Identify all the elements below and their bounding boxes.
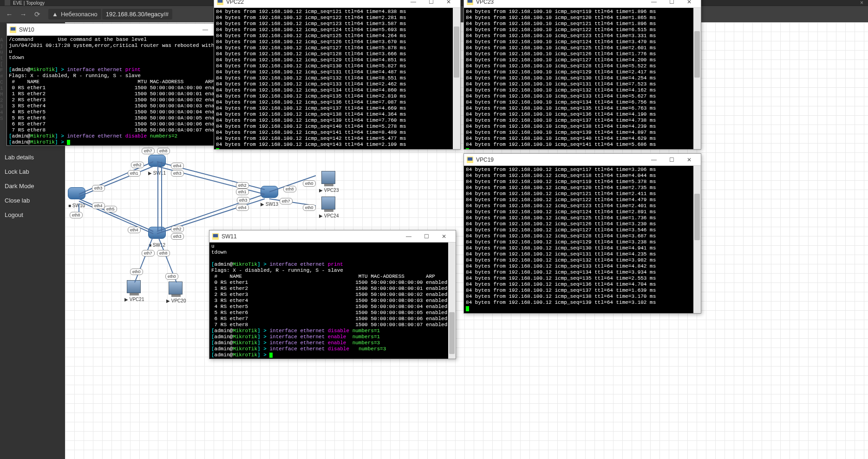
port-label: eth4 (171, 163, 184, 169)
port-label: eth5 (104, 206, 117, 212)
nav-forward-icon[interactable]: → (19, 10, 28, 19)
window-title: SW10 (19, 26, 34, 33)
window-title: VPC23 (476, 0, 494, 5)
svg-line-1 (79, 166, 153, 197)
port-label: eth7 (142, 148, 155, 154)
port-label: eth2 (131, 162, 144, 168)
port-label: eth3 (237, 197, 250, 203)
close-icon[interactable]: ✕ (680, 0, 698, 7)
maximize-icon[interactable]: ☐ (663, 0, 680, 7)
minimize-icon[interactable]: — (400, 231, 418, 242)
window-title: SW11 (222, 233, 237, 240)
scrollbar[interactable] (693, 8, 701, 149)
port-label: eth8 (70, 212, 83, 218)
scrollbar[interactable] (448, 243, 456, 359)
window-title: VPC22 (226, 0, 244, 5)
port-label: eth8 (157, 148, 170, 154)
svg-rect-22 (468, 157, 473, 160)
port-label: eth4 (236, 204, 249, 211)
terminal-output[interactable]: 84 bytes from 192.168.100.12 icmp_seq=11… (464, 166, 701, 313)
svg-line-2 (79, 199, 153, 231)
svg-rect-18 (218, 0, 223, 2)
minimize-icon[interactable]: — (645, 0, 663, 7)
minimize-icon[interactable]: — (405, 0, 422, 7)
svg-line-12 (135, 236, 153, 282)
titlebar[interactable]: VPC19 —☐✕ (464, 154, 701, 166)
svg-line-3 (79, 201, 153, 234)
port-label: eth2 (171, 226, 184, 232)
maximize-icon[interactable]: ☐ (663, 155, 680, 165)
maximize-icon[interactable]: ☐ (422, 0, 440, 7)
port-label: eth0 (165, 273, 178, 280)
tab-favicon (5, 0, 10, 6)
security-badge[interactable]: ▲ Небезопасно (48, 9, 101, 20)
sidebar-item-logout[interactable]: Logout (0, 208, 65, 222)
window-vpc22[interactable]: VPC22 —☐✕ 84 bytes from 192.168.100.12 i… (214, 0, 461, 150)
putty-icon (10, 26, 16, 33)
port-label: eth7 (280, 198, 293, 204)
terminal-output[interactable]: u tdown [admin@MikroTik] > interface eth… (209, 243, 456, 359)
svg-rect-20 (468, 0, 473, 2)
close-icon[interactable]: ✕ (680, 155, 698, 165)
scrollbar[interactable] (693, 166, 701, 313)
nav-back-icon[interactable]: ← (5, 10, 14, 19)
titlebar[interactable]: VPC22 —☐✕ (214, 0, 460, 8)
port-label: eth0 (303, 204, 316, 211)
sidebar-item-close-lab[interactable]: Close lab (0, 193, 65, 208)
port-label: eth3 (92, 185, 105, 191)
close-icon[interactable]: ✕ (435, 231, 453, 242)
window-vpc23[interactable]: VPC23 —☐✕ 84 bytes from 192.168.100.10 i… (463, 0, 701, 150)
minimize-icon[interactable]: — (196, 25, 214, 35)
address-bar[interactable]: 192.168.86.30/legacy/# (102, 9, 172, 20)
close-icon[interactable]: ✕ (440, 0, 457, 7)
sidebar-item-lab-details[interactable]: Lab details (0, 150, 65, 164)
port-label: eth0 (130, 269, 143, 275)
warning-icon: ▲ (52, 11, 58, 18)
putty-icon (467, 0, 473, 5)
terminal-output[interactable]: 84 bytes from 192.168.100.12 icmp_seq=12… (214, 8, 460, 149)
port-label: eth3 (171, 233, 184, 240)
nav-reload-icon[interactable]: ⟳ (33, 10, 42, 19)
left-gutter-letters: Ajut [ F#C1M234S (0, 37, 7, 122)
port-label: eth4 (92, 203, 105, 209)
window-title: VPC19 (476, 157, 494, 163)
port-label: eth3 (171, 170, 184, 177)
scrollbar[interactable] (453, 8, 460, 149)
sidebar-item-dark-mode[interactable]: Dark Mode (0, 179, 65, 193)
svg-rect-24 (213, 234, 218, 237)
tab-close-icon[interactable]: × (860, 0, 863, 6)
port-label: eth8 (283, 186, 296, 192)
terminal-output[interactable]: 84 bytes from 192.168.100.10 icmp_seq=11… (464, 8, 701, 149)
minimize-icon[interactable]: — (645, 155, 663, 165)
sidebar-item-lock-lab[interactable]: Lock Lab (0, 164, 65, 179)
port-label: eth1 (128, 170, 141, 177)
window-vpc19[interactable]: VPC19 —☐✕ 84 bytes from 192.168.100.12 i… (463, 153, 701, 314)
tab-title: EVE | Topology (13, 0, 45, 6)
port-label: eth2 (236, 182, 249, 189)
port-label: eth1 (236, 189, 249, 195)
port-label: eth4 (128, 227, 141, 233)
svg-rect-16 (11, 27, 16, 30)
security-text: Небезопасно (61, 11, 98, 18)
window-sw11[interactable]: SW11 —☐✕ u tdown [admin@MikroTik] > inte… (209, 230, 456, 359)
putty-icon (217, 0, 223, 5)
port-label: eth8 (157, 250, 170, 256)
maximize-icon[interactable]: ☐ (418, 231, 435, 242)
port-label: eth0 (303, 180, 316, 187)
putty-icon (212, 233, 219, 240)
port-label: eth7 (142, 250, 155, 256)
titlebar[interactable]: SW11 —☐✕ (209, 230, 456, 243)
titlebar[interactable]: VPC23 —☐✕ (464, 0, 701, 8)
putty-icon (467, 157, 473, 163)
